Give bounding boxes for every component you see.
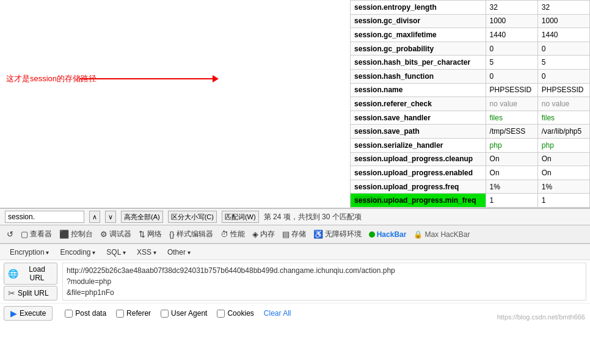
console-btn-label: 控制台	[71, 229, 93, 239]
storage-btn-label: 存储	[291, 229, 306, 239]
table-val1: files	[486, 111, 537, 125]
load-url-label: Load URL	[21, 265, 53, 282]
user-agent-checkbox-label[interactable]: User Agent	[161, 309, 207, 318]
xss-menu[interactable]: XSS	[132, 247, 161, 258]
execute-icon: ▶	[10, 308, 17, 318]
encoding-menu[interactable]: Encoding	[55, 247, 100, 258]
find-bar: ∧ ∨ 高亮全部(A) 区分大小写(C) 匹配词(W) 第 24 项，共找到 3…	[0, 208, 590, 225]
memory-btn[interactable]: ◈内存	[249, 228, 278, 241]
table-val2: 32	[537, 1, 589, 15]
memory-btn-label: 内存	[260, 229, 275, 239]
find-next-btn[interactable]: ∨	[105, 211, 116, 223]
table-val2: PHPSESSID	[537, 83, 589, 97]
table-key: session.upload_progress.enabled	[351, 166, 486, 180]
storage-btn[interactable]: ▤存储	[279, 228, 309, 241]
table-val1: 0	[486, 42, 537, 56]
maxhackbar-label: Max HacKBar	[424, 230, 470, 239]
accessibility-btn-icon: ♿	[313, 230, 323, 239]
table-val1: 5	[486, 56, 537, 70]
table-row: session.upload_progress.cleanupOnOn	[351, 152, 590, 166]
inspector-btn-label: 查看器	[30, 229, 52, 239]
find-prev-btn[interactable]: ∧	[89, 211, 100, 223]
match-word-btn[interactable]: 匹配词(W)	[222, 211, 259, 223]
accessibility-btn-label: 无障碍环境	[325, 229, 362, 239]
split-url-label: Split URL	[18, 289, 49, 297]
cookies-label: Cookies	[227, 309, 253, 318]
table-val2: php	[537, 138, 589, 152]
table-row: session.entropy_length3232	[351, 1, 590, 15]
table-row: session.gc_probability00	[351, 42, 590, 56]
execute-button[interactable]: ▶ Execute	[4, 306, 53, 321]
inspect-icon-icon: ↺	[7, 230, 13, 239]
table-val2: 5	[537, 56, 589, 70]
table-val1: On	[486, 166, 537, 180]
split-url-button[interactable]: ✂ Split URL	[4, 286, 57, 300]
encryption-menu[interactable]: Encryption	[5, 247, 54, 258]
table-val1: 1440	[486, 28, 537, 42]
table-val2: On	[537, 166, 589, 180]
cookies-checkbox-label[interactable]: Cookies	[217, 309, 253, 318]
table-val2: 0	[537, 69, 589, 83]
annotation-arrow	[79, 78, 214, 79]
table-key: session.gc_maxlifetime	[351, 28, 486, 42]
table-key: session.upload_progress.cleanup	[351, 152, 486, 166]
find-result-text: 第 24 项，共找到 30 个匹配项	[264, 212, 362, 222]
referer-checkbox-label[interactable]: Referer	[116, 309, 151, 318]
style-editor-btn[interactable]: {}样式编辑器	[166, 228, 216, 241]
table-row: session.upload_progress.freq1%1%	[351, 180, 590, 194]
table-val1: PHPSESSID	[486, 83, 537, 97]
split-url-icon: ✂	[8, 288, 15, 298]
watermark-text: https://blog.csdn.net/bmth666	[497, 313, 585, 321]
table-val1: 0	[486, 69, 537, 83]
network-btn[interactable]: ⇅网络	[136, 228, 165, 241]
user-agent-label: User Agent	[171, 309, 207, 318]
referer-checkbox[interactable]	[116, 310, 124, 318]
table-key: session.upload_progress.freq	[351, 180, 486, 194]
table-val1: On	[486, 152, 537, 166]
style-editor-btn-icon: {}	[169, 230, 175, 239]
post-data-checkbox[interactable]	[65, 310, 73, 318]
load-url-button[interactable]: 🌐 Load URL	[4, 263, 57, 285]
table-val2: On	[537, 152, 589, 166]
table-val2: 1	[537, 194, 589, 208]
table-val2: 1%	[537, 180, 589, 194]
inspector-btn-icon: ▢	[21, 230, 28, 239]
table-val2: files	[537, 111, 589, 125]
match-case-btn[interactable]: 区分大小写(C)	[168, 211, 217, 223]
url-area: 🌐 Load URL ✂ Split URL http://90225b26c3…	[0, 260, 590, 304]
accessibility-btn[interactable]: ♿无障碍环境	[310, 228, 365, 241]
post-data-checkbox-label[interactable]: Post data	[65, 309, 106, 318]
console-btn-icon: ⬛	[59, 230, 69, 239]
other-menu[interactable]: Other	[162, 247, 195, 258]
find-input[interactable]	[5, 211, 84, 223]
inspect-icon[interactable]: ↺	[4, 228, 16, 240]
url-display[interactable]: http://90225b26c3ae48aab07f38dc924031b75…	[62, 263, 586, 300]
table-area: 这才是session的存储路径 session.entropy_length32…	[0, 0, 590, 208]
hackbar-dot-icon	[369, 231, 375, 238]
table-key: session.hash_function	[351, 69, 486, 83]
network-btn-label: 网络	[147, 229, 162, 239]
table-row: session.gc_maxlifetime14401440	[351, 28, 590, 42]
url-text-area: http://90225b26c3ae48aab07f38dc924031b75…	[62, 263, 586, 300]
table-key: session.gc_divisor	[351, 14, 486, 28]
table-row: session.gc_divisor10001000	[351, 14, 590, 28]
sql-menu[interactable]: SQL	[101, 247, 131, 258]
console-btn[interactable]: ⬛控制台	[56, 228, 96, 241]
user-agent-checkbox[interactable]	[161, 310, 169, 318]
performance-btn[interactable]: ⏱性能	[217, 228, 248, 241]
highlight-all-btn[interactable]: 高亮全部(A)	[121, 211, 163, 223]
debugger-btn[interactable]: ⚙调试器	[97, 228, 134, 241]
table-row: session.referer_checkno valueno value	[351, 97, 590, 111]
table-val2: 1000	[537, 14, 589, 28]
cookies-checkbox[interactable]	[217, 310, 225, 318]
network-btn-icon: ⇅	[139, 230, 145, 239]
hackbar-menu-bar: Encryption Encoding SQL XSS Other	[0, 244, 590, 260]
inspector-btn[interactable]: ▢查看器	[18, 228, 55, 241]
execute-label: Execute	[20, 309, 46, 318]
clear-all-link[interactable]: Clear All	[264, 309, 291, 318]
hackbar-btn[interactable]: HackBar	[366, 229, 410, 240]
table-key: session.upload_progress.min_freq	[351, 194, 486, 208]
checkboxes-area: Post data Referer User Agent Cookies Cle…	[60, 307, 296, 320]
maxhackbar-btn[interactable]: 🔒Max HacKBar	[410, 229, 473, 240]
table-key: session.hash_bits_per_character	[351, 56, 486, 70]
